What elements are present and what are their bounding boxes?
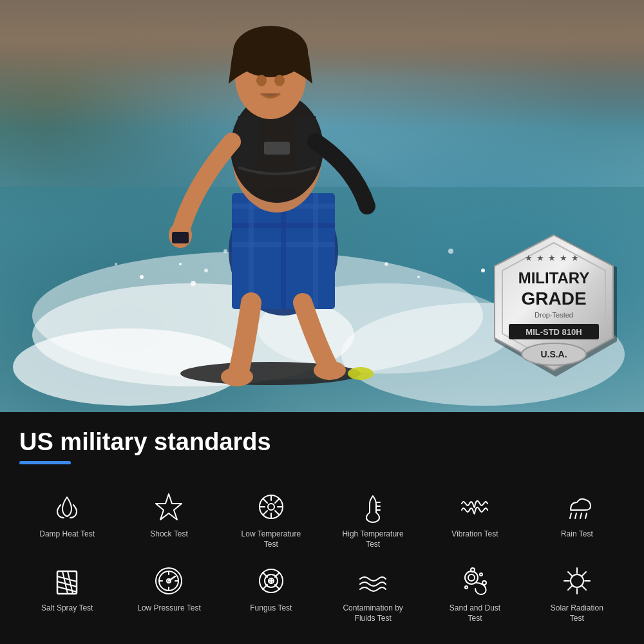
low-temp-icon <box>253 489 289 524</box>
test-high-temp: High Temperature Test <box>325 484 421 554</box>
test-solar: Solar Radiation Test <box>529 558 625 629</box>
title-left: US military standards <box>19 428 625 477</box>
info-section: US military standards Damp Heat Test Sho… <box>0 412 644 641</box>
contamination-icon <box>355 563 391 598</box>
low-pressure-label: Low Pressure Test <box>137 603 201 614</box>
damp-heat-icon <box>50 489 85 524</box>
test-vibration: Vibration Test <box>427 484 522 554</box>
svg-line-102 <box>582 572 586 576</box>
svg-point-94 <box>465 586 468 589</box>
salt-spray-icon <box>50 563 85 598</box>
svg-line-103 <box>568 586 572 590</box>
svg-text:Drop-Tested: Drop-Tested <box>535 311 573 319</box>
test-contamination: Contamination by Fluids Test <box>325 558 421 629</box>
test-low-pressure: Low Pressure Test <box>121 558 216 629</box>
test-low-temp: Low Temperature Test <box>223 484 319 554</box>
svg-line-69 <box>57 582 77 587</box>
shock-icon <box>151 489 187 524</box>
svg-point-95 <box>571 574 583 587</box>
high-temp-icon <box>355 489 391 524</box>
svg-line-55 <box>263 499 267 503</box>
svg-text:MILITARY: MILITARY <box>518 269 590 287</box>
svg-text:★★★★★: ★★★★★ <box>525 253 583 263</box>
hero-image: ★★★★★ MILITARY GRADE Drop-Tested MIL-STD… <box>0 0 644 412</box>
svg-point-90 <box>468 574 475 581</box>
svg-rect-38 <box>172 232 189 243</box>
svg-line-63 <box>570 513 571 518</box>
svg-line-82 <box>263 573 267 577</box>
damp-heat-label: Damp Heat Test <box>39 529 95 540</box>
svg-text:U.S.A.: U.S.A. <box>540 349 567 359</box>
svg-point-91 <box>471 568 475 572</box>
fungus-icon <box>253 563 289 598</box>
svg-line-68 <box>57 576 77 582</box>
svg-text:MIL-STD 810H: MIL-STD 810H <box>526 327 582 337</box>
svg-line-58 <box>263 511 267 515</box>
fungus-label: Fungus Test <box>250 603 292 614</box>
svg-line-84 <box>263 585 267 589</box>
sand-dust-icon <box>457 563 493 598</box>
tests-grid-row2: Salt Spray Test Low Pressure Test Fungus… <box>19 558 625 629</box>
test-shock: Shock Test <box>121 484 216 554</box>
svg-line-85 <box>275 585 279 589</box>
high-temp-label: High Temperature Test <box>341 529 405 549</box>
title-row: US military standards <box>19 428 625 477</box>
test-salt-spray: Salt Spray Test <box>19 558 115 629</box>
rain-label: Rain Test <box>561 529 593 540</box>
shock-label: Shock Test <box>150 529 187 540</box>
svg-point-93 <box>482 581 486 585</box>
svg-point-59 <box>268 504 274 510</box>
test-damp-heat: Damp Heat Test <box>19 484 115 554</box>
tests-grid-row1: Damp Heat Test Shock Test Low Temperatur… <box>19 484 625 554</box>
test-rain: Rain Test <box>529 484 625 554</box>
title-underline <box>19 461 71 464</box>
svg-rect-32 <box>264 142 290 155</box>
svg-line-101 <box>582 586 586 590</box>
sand-dust-label: Sand and Dust Test <box>442 603 507 623</box>
svg-line-100 <box>568 572 572 576</box>
solar-icon <box>559 563 594 598</box>
test-fungus: Fungus Test <box>223 558 319 629</box>
low-pressure-icon <box>151 563 187 598</box>
svg-point-40 <box>314 361 346 380</box>
vibration-label: Vibration Test <box>451 529 498 540</box>
rain-icon <box>559 489 594 524</box>
svg-point-89 <box>465 571 478 584</box>
solar-label: Solar Radiation Test <box>545 603 609 623</box>
svg-point-39 <box>221 367 253 386</box>
vibration-icon <box>457 489 493 524</box>
svg-point-36 <box>274 75 285 86</box>
svg-line-57 <box>275 499 279 503</box>
svg-line-66 <box>585 513 587 518</box>
svg-point-35 <box>256 75 267 86</box>
page-title: US military standards <box>19 428 625 456</box>
low-temp-label: Low Temperature Test <box>239 529 303 549</box>
contamination-label: Contamination by Fluids Test <box>341 603 405 623</box>
svg-line-65 <box>580 513 582 518</box>
test-sand-dust: Sand and Dust Test <box>427 558 522 629</box>
salt-spray-label: Salt Spray Test <box>41 603 93 614</box>
person-figure <box>64 13 515 412</box>
svg-text:GRADE: GRADE <box>521 289 586 308</box>
svg-line-56 <box>275 511 279 515</box>
svg-line-83 <box>275 573 279 577</box>
svg-line-64 <box>575 513 576 518</box>
svg-marker-49 <box>156 494 182 520</box>
svg-point-92 <box>480 573 482 576</box>
military-badge: ★★★★★ MILITARY GRADE Drop-Tested MIL-STD… <box>489 232 618 374</box>
